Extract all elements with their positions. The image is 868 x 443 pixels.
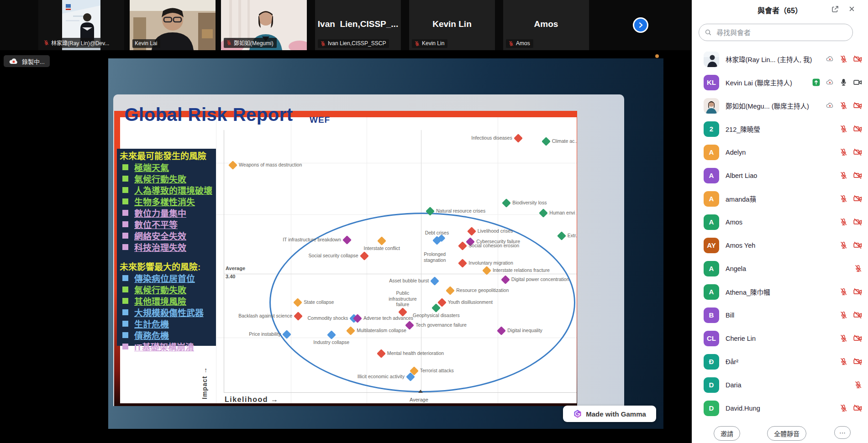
video-tile-3[interactable]: 鄭如如(Megumi)	[221, 0, 307, 50]
risk-point-label: Interstate conflict	[354, 245, 409, 251]
video-tile-6[interactable]: AmosAmos	[503, 0, 589, 50]
cam-off-icon	[853, 124, 863, 134]
likelihood-axis-label: Likelihood →	[225, 396, 279, 404]
risk-item-text: 極端天氣	[134, 161, 169, 173]
risk-item-text: 科技治理失效	[134, 241, 186, 253]
participant-status-icons	[839, 124, 863, 134]
video-tile-5[interactable]: Kevin LinKevin Lin	[409, 0, 495, 50]
video-tile-4[interactable]: Ivan Lien,CISSP_...Ivan Lien,CISSP_SSCP	[315, 0, 401, 50]
participant-row[interactable]: DDavid.Hung	[692, 396, 868, 420]
bullet-square-icon	[122, 321, 128, 327]
cam-off-icon	[853, 147, 863, 157]
cam-off-icon	[853, 54, 863, 64]
tile-name-label: 林家瑋(Ray Lin)@Dev...	[41, 38, 112, 48]
risk-point-label: Human envi	[549, 210, 575, 216]
participant-row[interactable]: ĐĐår²	[692, 350, 868, 373]
participant-name: Bill	[726, 312, 836, 319]
mic-off-icon	[839, 55, 848, 63]
participant-name: Cherie Lin	[726, 335, 836, 342]
participant-status-icons	[839, 287, 863, 297]
tile-name-label: Kevin Lin	[412, 39, 447, 48]
mute-all-button[interactable]: 全體靜音	[767, 426, 806, 441]
share-icon	[812, 78, 821, 87]
video-tile-2[interactable]: Kevin Lai	[130, 0, 216, 50]
participant-row[interactable]: AYAmos Yeh	[692, 234, 868, 257]
invite-button[interactable]: 邀請	[714, 426, 740, 441]
participant-row[interactable]: CLCherie Lin	[692, 327, 868, 350]
made-with-gamma-badge[interactable]: Made with Gamma	[563, 406, 656, 422]
mic-off-icon	[839, 404, 848, 412]
participant-list: 林家瑋(Ray Lin... (主持人, 我)KLKevin Lai (聯席主持…	[692, 47, 868, 420]
participant-name: David.Hung	[726, 405, 836, 412]
cam-off-icon	[853, 217, 863, 227]
next-page-arrow-button[interactable]	[633, 17, 648, 33]
participant-row[interactable]: 林家瑋(Ray Lin... (主持人, 我)	[692, 47, 868, 71]
participant-row[interactable]: 2212_陳曉瑩	[692, 117, 868, 141]
popout-icon[interactable]	[831, 5, 839, 15]
risk-point-label: Resource geopolitization	[456, 287, 509, 293]
risk-list-item: 網絡安全失效	[120, 230, 213, 241]
video-filmstrip: 林家瑋(Ray Lin)@Dev...Kevin Lai鄭如如(Megumi)I…	[0, 0, 692, 50]
cam-off-icon	[853, 334, 863, 343]
participant-name: Amos Yeh	[726, 242, 836, 249]
tile-display-name: Amos	[503, 19, 589, 29]
participant-name: Angela	[726, 265, 851, 272]
mic-off-icon	[839, 194, 848, 203]
bullet-square-icon	[122, 233, 128, 239]
risk-item-text: 氣候行動失敗	[134, 283, 186, 296]
close-icon[interactable]	[848, 5, 855, 14]
participant-row[interactable]: AAmos	[692, 210, 868, 234]
more-options-button[interactable]: ···	[834, 426, 851, 439]
average-x-marker	[418, 390, 423, 393]
tile-name-text: Ivan Lien,CISSP_SSCP	[328, 40, 386, 47]
diamond-marker-icon	[557, 231, 566, 240]
tile-name-text: 林家瑋(Ray Lin)@Dev...	[51, 39, 109, 47]
participant-status-icons	[839, 357, 863, 366]
participant-row[interactable]: AAthena_陳巾幗	[692, 280, 868, 303]
tile-name-label: Kevin Lai	[132, 39, 160, 48]
cam-off-icon	[853, 310, 863, 320]
tile-name-text: Amos	[516, 40, 530, 47]
most-likely-risks-title: 未來最可能發生的風險	[120, 151, 213, 162]
risk-point-label: Prolonged stagnation	[407, 251, 462, 263]
participant-row[interactable]: AAlbert Liao	[692, 164, 868, 187]
share-indicator-dot	[655, 54, 659, 58]
risk-point-label: Social security collapse	[309, 253, 358, 259]
cam-off-icon	[853, 240, 863, 250]
mic-off-icon	[508, 41, 514, 47]
video-tile-1[interactable]: 林家瑋(Ray Lin)@Dev...	[38, 0, 124, 50]
participant-row[interactable]: BBill	[692, 303, 868, 327]
avatar: A	[704, 145, 719, 160]
tile-display-name: Ivan Lien,CISSP_...	[315, 19, 401, 29]
avatar: A	[704, 168, 719, 183]
risk-point-label: Geophysical disasters	[409, 313, 463, 318]
tile-name-text: Kevin Lai	[135, 40, 157, 47]
participant-row[interactable]: KLKevin Lai (聯席主持人)	[692, 71, 868, 94]
participant-search-box[interactable]	[699, 24, 853, 41]
participant-row[interactable]: AAngela	[692, 257, 868, 280]
search-input[interactable]	[715, 28, 841, 37]
cloud-icon	[826, 78, 834, 87]
bullet-square-icon	[122, 287, 128, 292]
risk-point-label: Illicit economic activity	[358, 374, 405, 380]
tile-display-name: Kevin Lin	[409, 19, 495, 29]
participant-row[interactable]: DDaria	[692, 373, 868, 396]
average-x-label: Average	[410, 397, 428, 402]
participant-row[interactable]: Aamanda蘋	[692, 187, 868, 210]
risk-list-item: 生物多樣性消失	[120, 196, 213, 207]
average-y-value: 3.40	[226, 274, 235, 279]
participant-status-icons	[839, 194, 863, 203]
tile-name-label: Amos	[506, 39, 533, 48]
participant-status-icons	[826, 101, 863, 110]
mic-off-icon	[226, 40, 232, 46]
risk-list-item: IT基礎架構崩潰	[120, 341, 213, 352]
participant-status-icons	[839, 334, 863, 343]
mic-off-icon	[839, 334, 848, 343]
participant-row[interactable]: 鄭如如(Megu... (聯席主持人)	[692, 94, 868, 117]
avatar: 2	[704, 121, 719, 137]
participant-status-icons	[854, 380, 863, 389]
participant-row[interactable]: AAdelyn	[692, 141, 868, 164]
mic-off-icon	[839, 125, 848, 133]
risk-point-label: Debt crises	[412, 230, 462, 236]
risk-point-label: State collapse	[304, 299, 334, 305]
